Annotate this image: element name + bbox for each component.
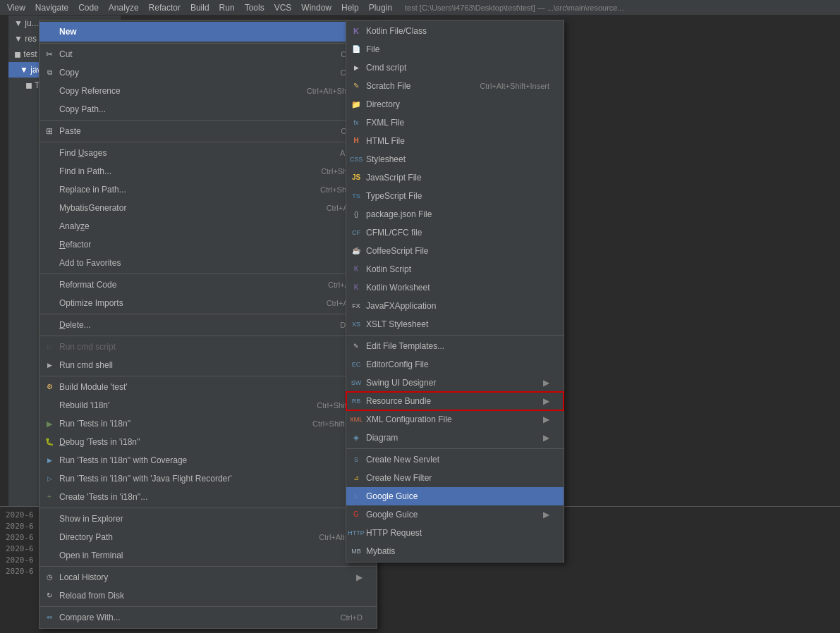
copy-ref-label: Copy Reference	[59, 84, 121, 98]
separator	[39, 142, 377, 142]
cfml-icon: CF	[349, 226, 363, 240]
menu-item-coffeescript[interactable]: ☕ CoffeeScript File	[346, 242, 564, 260]
menu-item-javascript[interactable]: JS JavaScript File	[346, 168, 564, 187]
menu-item-cfml[interactable]: CF CFML/CFC file	[346, 223, 564, 242]
mybatis-label: Mybatis	[366, 544, 395, 558]
directory-icon: 📁	[349, 97, 363, 111]
run-jfr-label: Run 'Tests in 'i18n'' with 'Java Flight …	[59, 472, 232, 486]
menu-item-directory[interactable]: 📁 Directory	[346, 95, 564, 113]
local-history-icon: ◷	[42, 570, 56, 584]
menu-item-local-history[interactable]: ◷ Local History ▶	[39, 568, 377, 586]
menu-help[interactable]: Help	[337, 1, 363, 14]
run-cmd-shell-icon: ▶	[42, 358, 56, 372]
menu-item-fxml[interactable]: fx FXML File	[346, 113, 564, 132]
menu-item-refactor[interactable]: Refactor ▶	[39, 235, 377, 254]
menu-item-reload[interactable]: ↻ Reload from Disk	[39, 586, 377, 605]
menu-item-new-listener[interactable]: L Google Guice	[346, 487, 564, 505]
javascript-label: JavaScript File	[366, 171, 422, 185]
menu-item-scratch[interactable]: ✎ Scratch File Ctrl+Alt+Shift+Insert	[346, 77, 564, 95]
menu-item-analyze[interactable]: Analyze ▶	[39, 217, 377, 235]
menu-vcs[interactable]: VCS	[270, 1, 296, 14]
menu-item-replace-path[interactable]: Replace in Path... Ctrl+Shift+R	[39, 180, 377, 199]
menu-item-typescript[interactable]: TS TypeScript File	[346, 187, 564, 205]
mybatis-icon: MB	[349, 544, 363, 558]
menu-refactor[interactable]: Refactor	[145, 1, 185, 14]
menu-item-package-json[interactable]: {} package.json File	[346, 205, 564, 223]
menu-code[interactable]: Code	[74, 1, 103, 14]
menu-item-editorconfig[interactable]: EC EditorConfig File	[346, 355, 564, 374]
menu-item-swing-designer[interactable]: SW Swing UI Designer ▶	[346, 374, 564, 392]
menu-item-show-explorer[interactable]: Show in Explorer	[39, 510, 377, 528]
menu-item-xml-config[interactable]: XML XML Configuration File ▶	[346, 410, 564, 429]
stylesheet-label: Stylesheet	[366, 152, 406, 166]
resource-bundle-arrow-icon: ▶	[543, 394, 549, 408]
new-servlet-icon: S	[349, 453, 363, 467]
menu-item-kotlin-worksheet[interactable]: K Kotlin Worksheet	[346, 278, 564, 297]
menu-item-new[interactable]: New ▶	[39, 22, 377, 42]
menu-item-run-jfr[interactable]: ▷ Run 'Tests in 'i18n'' with 'Java Fligh…	[39, 469, 377, 488]
menu-item-diagram[interactable]: ◈ Diagram ▶	[346, 429, 564, 447]
paste-label: Paste	[59, 124, 81, 138]
menu-item-find-path[interactable]: Find in Path... Ctrl+Shift+F	[39, 162, 377, 180]
menu-item-mybatis[interactable]: MB Mybatis	[346, 542, 564, 560]
show-explorer-label: Show in Explorer	[59, 512, 123, 526]
menu-item-compare[interactable]: ⇔ Compare With... Ctrl+D	[39, 608, 377, 627]
menu-item-paste[interactable]: ⊞ Paste Ctrl+V	[39, 122, 377, 140]
menu-item-kotlin-script[interactable]: K Kotlin Script	[346, 260, 564, 278]
menu-item-edit-templates[interactable]: ✎ Edit File Templates...	[346, 337, 564, 355]
editorconfig-label: EditorConfig File	[366, 357, 429, 371]
menu-item-add-favorites[interactable]: Add to Favorites ▶	[39, 254, 377, 272]
menu-item-javafx[interactable]: FX JavaFXApplication	[346, 297, 564, 315]
local-history-label: Local History	[59, 570, 108, 584]
menu-item-stylesheet[interactable]: CSS Stylesheet	[346, 150, 564, 168]
menu-item-run-tests[interactable]: ▶ Run 'Tests in 'i18n'' Ctrl+Shift+F10	[39, 414, 377, 433]
resource-bundle-label: Resource Bundle	[366, 394, 431, 408]
menu-item-http-request[interactable]: HTTP HTTP Request	[346, 524, 564, 542]
menu-item-optimize[interactable]: Optimize Imports Ctrl+Alt+O	[39, 294, 377, 312]
menu-item-open-terminal[interactable]: Open in Terminal	[39, 546, 377, 565]
menu-item-html[interactable]: H HTML File	[346, 132, 564, 150]
replace-path-label: Replace in Path...	[59, 183, 126, 197]
menu-item-cmd-script[interactable]: ▶ Cmd script	[346, 59, 564, 77]
menu-analyze[interactable]: Analyze	[104, 1, 143, 14]
menu-item-new-servlet[interactable]: S Create New Servlet	[346, 450, 564, 469]
run-cmd-shell-label: Run cmd shell	[59, 358, 113, 372]
menu-item-cut[interactable]: ✂ Cut Ctrl+X	[39, 45, 377, 63]
menu-item-google-guice[interactable]: G Google Guice ▶	[346, 505, 564, 524]
javascript-icon: JS	[349, 171, 363, 185]
debug-tests-label: Debug 'Tests in 'i18n''	[59, 435, 140, 449]
menu-item-run-coverage[interactable]: ▶ Run 'Tests in 'i18n'' with Coverage	[39, 451, 377, 469]
cfml-label: CFML/CFC file	[366, 226, 422, 240]
menu-item-create-tests[interactable]: + Create 'Tests in 'i18n''...	[39, 488, 377, 506]
menu-navigate[interactable]: Navigate	[31, 1, 73, 14]
separator	[39, 376, 377, 376]
menu-item-copy-path[interactable]: Copy Path...	[39, 100, 377, 118]
menu-item-reformat[interactable]: Reformat Code Ctrl+Alt+L	[39, 276, 377, 294]
menu-item-file[interactable]: 📄 File	[346, 40, 564, 59]
menu-item-debug-tests[interactable]: 🐛 Debug 'Tests in 'i18n''	[39, 433, 377, 451]
menu-item-dir-path[interactable]: Directory Path Ctrl+Alt+F12	[39, 528, 377, 546]
separator	[39, 120, 377, 121]
menu-window[interactable]: Window	[297, 1, 336, 14]
menu-tools[interactable]: Tools	[241, 1, 269, 14]
menu-item-rebuild[interactable]: Rebuild 'i18n' Ctrl+Shift+F9	[39, 396, 377, 414]
menu-item-xslt[interactable]: XS XSLT Stylesheet	[346, 315, 564, 333]
menu-build[interactable]: Build	[186, 1, 214, 14]
menu-item-resource-bundle[interactable]: RB Resource Bundle ▶	[346, 392, 564, 410]
xslt-label: XSLT Stylesheet	[366, 317, 428, 331]
compare-icon: ⇔	[42, 610, 56, 625]
menu-item-kotlin-class[interactable]: K Kotlin File/Class	[346, 22, 564, 40]
menu-item-run-cmd-shell[interactable]: ▶ Run cmd shell	[39, 356, 377, 374]
menu-item-copy[interactable]: ⧉ Copy Ctrl+C	[39, 63, 377, 82]
menu-item-new-filter[interactable]: ⊿ Create New Filter	[346, 469, 564, 487]
menu-item-find-usages[interactable]: Find Usages Alt+F7	[39, 144, 377, 162]
menu-plugin[interactable]: Plugin	[365, 1, 396, 14]
menu-run[interactable]: Run	[215, 1, 239, 14]
menu-item-delete[interactable]: Delete... Delete	[39, 316, 377, 334]
menu-item-copy-ref[interactable]: Copy Reference Ctrl+Alt+Shift+C	[39, 82, 377, 100]
menu-item-mybatis-gen[interactable]: MybatisGenerator Ctrl+Alt+G	[39, 199, 377, 217]
menu-item-build-module[interactable]: ⚙ Build Module 'test'	[39, 378, 377, 396]
new-filter-label: Create New Filter	[366, 471, 432, 485]
directory-label: Directory	[366, 97, 400, 111]
menu-view[interactable]: View	[3, 1, 30, 14]
